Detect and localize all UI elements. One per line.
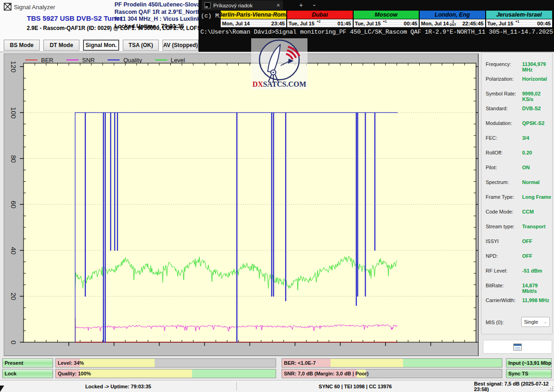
- new-tab-button[interactable]: +: [299, 1, 303, 9]
- param-row: Frequency:11304,979 MHz: [482, 57, 552, 72]
- clock-time-row: Tue, Jul 15+100:45: [354, 19, 419, 27]
- param-row: Pilot:ON: [482, 160, 552, 175]
- clock-moscow: MoscowTue, Jul 15+100:45: [354, 11, 420, 27]
- param-value: 11,998 MHz: [522, 297, 549, 303]
- clock-time: 22:45:45: [462, 21, 483, 26]
- clock-dubai: DubaiTue, Jul 15+201:45: [287, 11, 354, 27]
- tab-dt-mode[interactable]: DT Mode: [43, 40, 79, 51]
- ts-list-button[interactable]: [483, 340, 552, 354]
- param-value: OFF: [522, 253, 532, 259]
- y-axis-label: 100: [10, 103, 17, 123]
- level-bar: Level: 34%: [55, 358, 276, 368]
- param-label: Standard:: [486, 106, 508, 111]
- chevron-down-icon: ⌄: [543, 320, 547, 324]
- param-value: 14,879 Mbit/s: [522, 283, 552, 294]
- param-value: 11304,979 MHz: [522, 61, 552, 72]
- y-axis-label: 80: [10, 148, 17, 169]
- sync-ts-bar-label: Sync TS: [508, 369, 528, 378]
- status-bar: Locked -> Uptime: 79:03:35 SYNC 60 | TEI…: [0, 380, 554, 392]
- resize-grip[interactable]: [548, 386, 553, 391]
- present-bar: Present: [2, 358, 53, 368]
- quality-bar: Quality: 100%: [55, 369, 276, 378]
- param-label: NPD:: [486, 253, 498, 259]
- app-icon: [4, 3, 12, 11]
- console-tab[interactable]: Príkazový riadok ✕: [202, 0, 283, 10]
- lock-bar-label: Lock: [5, 369, 17, 378]
- param-label: Symbol Rate:: [486, 91, 516, 96]
- world-clocks: Berlin-Paris-Vienna-RomaMon, Jul 1423:45…: [220, 10, 553, 28]
- clock-time: 01:45: [337, 21, 351, 26]
- param-value: OFF: [522, 238, 532, 244]
- param-label: Spectrum:: [486, 179, 509, 185]
- clock-date: Tue, Jul 15: [289, 21, 314, 26]
- param-row: ISSYIOFF: [482, 234, 552, 249]
- param-row: RF Level:-51 dBm: [482, 264, 552, 279]
- clock-offset-value: -1: [452, 20, 454, 23]
- param-value: QPSK-S2: [522, 120, 544, 126]
- clock-offset: [251, 19, 257, 27]
- param-value: 3/4: [522, 135, 529, 141]
- param-value: Horizontal: [522, 76, 547, 82]
- mis-dropdown[interactable]: Single⌄: [521, 317, 550, 327]
- param-label: CarrierWidth:: [486, 297, 516, 303]
- chart-canvas: [4, 54, 478, 356]
- param-row: FEC:3/4: [482, 131, 552, 146]
- param-row: CarrierWidth:11,998 MHz: [482, 293, 552, 308]
- param-label: Stream type:: [486, 224, 514, 229]
- ber-bar-label: BER: <1.0E-7: [284, 359, 316, 367]
- tab-dropdown-icon[interactable]: ⌄: [312, 1, 316, 7]
- monitor-bars: PresentLevel: 34%BER: <1.0E-7Input (~13,…: [0, 356, 554, 380]
- clock-date: Mon, Jul 14: [421, 21, 449, 26]
- tab-bs-mode[interactable]: BS Mode: [4, 40, 40, 51]
- clock-city-label: Berlin-Paris-Vienna-Roma: [221, 11, 286, 19]
- param-row: Polarization:Horizontal: [482, 72, 552, 87]
- status-best-signal: Best signal: 7,5 dB (2025-07-12 23:58): [474, 380, 554, 392]
- param-label: RF Level:: [486, 268, 507, 273]
- tab-av-stopped-[interactable]: AV (Stopped): [163, 40, 199, 51]
- window-list-icon: [513, 344, 522, 350]
- ber-bar: BER: <1.0E-7: [282, 358, 502, 368]
- locked-uptime-text: Locked Uptime : 79:03:35: [114, 23, 208, 30]
- quality-bar-label: Quality: 100%: [58, 369, 91, 378]
- param-label: Frame Type:: [486, 194, 514, 200]
- param-label: Pilot:: [486, 165, 497, 170]
- param-label: RollOff:: [486, 150, 502, 155]
- clock-time-row: Mon, Jul 1423:45: [221, 19, 286, 27]
- mis-selected-value: Single: [524, 319, 538, 325]
- clock-time: 23:45: [271, 21, 285, 26]
- clock-offset: +1: [382, 19, 388, 27]
- param-label: Code Mode:: [486, 209, 513, 214]
- mis-row: MIS (0):Single⌄: [482, 315, 552, 330]
- bar-segment: [192, 369, 276, 378]
- bar-segment: [366, 369, 502, 378]
- param-row: Symbol Rate:9999,02 KS/s: [482, 87, 552, 101]
- param-value: CCM: [522, 209, 534, 214]
- param-row: Spectrum:Normal: [482, 175, 552, 190]
- clock-date: Tue, Jul 15: [355, 21, 381, 26]
- signal-analyzer-app: Signal Analyzer TBS 5927 USB DVB-S2 Tune…: [0, 0, 554, 392]
- clock-city-label: Moscow: [354, 11, 419, 19]
- param-value: 0.20: [522, 150, 532, 155]
- parameters-panel: Frequency:11304,979 MHzPolarization:Hori…: [481, 52, 553, 334]
- tab-tsa-ok-[interactable]: TSA (OK): [123, 40, 159, 51]
- clock-time: 00:45: [537, 21, 551, 26]
- param-label: Frequency:: [486, 61, 511, 67]
- mis-label: MIS (0):: [486, 320, 504, 325]
- logo-text: DXSATCS.COM: [253, 80, 307, 88]
- y-axis-label: 20: [10, 286, 17, 307]
- param-row: BitRate:14,879 Mbit/s: [482, 279, 552, 293]
- present-bar-label: Present: [5, 359, 23, 367]
- annotation-line: PF Prodelin 450/Lučenec-Slovakia: [114, 1, 208, 9]
- param-row: Code Mode:CCM: [482, 205, 552, 220]
- tab-close-icon[interactable]: ✕: [277, 3, 280, 8]
- param-row: RollOff:0.20: [482, 146, 552, 160]
- clock-time: 00:45: [404, 21, 417, 26]
- input-bar: Input (~13,91 Mbps): [506, 358, 552, 368]
- annotation-line: Rascom QAF 1R at 2.9°E_North: [114, 9, 208, 16]
- param-row: Modulation:QPSK-S2: [482, 116, 552, 131]
- param-row: Stream type:Transport: [482, 220, 552, 234]
- tab-signal-mon-[interactable]: Signal Mon.: [83, 40, 119, 51]
- param-label: FEC:: [486, 135, 497, 141]
- mouse-cursor: [0, 386, 4, 392]
- snr-bar: SNR: 7,0 dB (Margin: 3,0 dB | Poor): [282, 369, 502, 378]
